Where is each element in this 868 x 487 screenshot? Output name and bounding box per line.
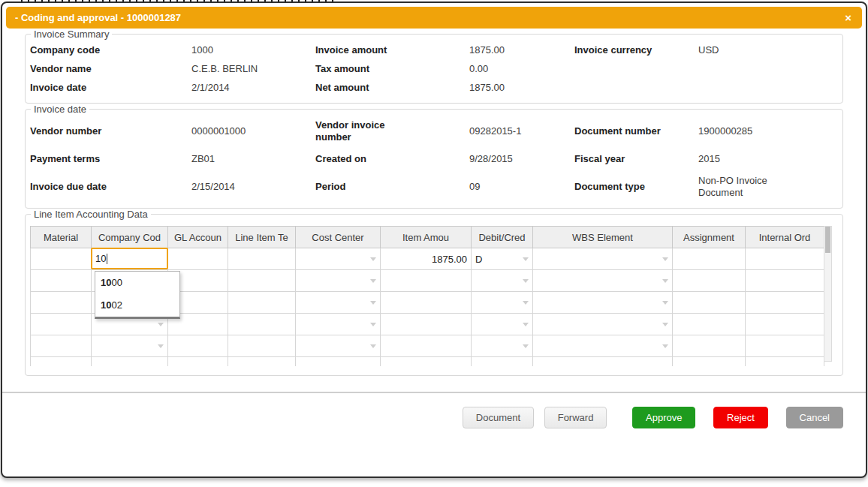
dropdown-arrow-icon[interactable]: [158, 323, 164, 326]
company-code-input[interactable]: 10: [91, 248, 168, 269]
wbs-element-cell[interactable]: [533, 314, 673, 335]
dropdown-arrow-icon[interactable]: [370, 323, 376, 326]
table-header-row: Material Company Cod GL Accoun Line Item…: [31, 227, 824, 248]
text-caret: [107, 254, 107, 264]
field-label: Period: [315, 181, 405, 193]
item-amount-cell[interactable]: [381, 335, 472, 357]
material-cell[interactable]: [31, 357, 92, 367]
line-item-text-cell[interactable]: [228, 292, 296, 314]
debit-credit-cell[interactable]: [472, 335, 533, 357]
debit-credit-cell[interactable]: D: [472, 248, 533, 270]
dropdown-arrow-icon[interactable]: [370, 279, 376, 283]
cost-center-cell[interactable]: [296, 314, 381, 335]
autocomplete-option-1002[interactable]: 1002: [95, 294, 179, 317]
wbs-element-cell[interactable]: [533, 335, 673, 357]
line-item-text-cell[interactable]: [228, 335, 296, 357]
material-cell[interactable]: [31, 248, 92, 270]
table-scrollbar[interactable]: [824, 226, 832, 362]
cost-center-cell[interactable]: [296, 357, 381, 367]
assignment-cell[interactable]: [673, 270, 746, 292]
company-code-cell[interactable]: 10: [92, 248, 168, 270]
forward-button[interactable]: Forward: [544, 407, 607, 428]
dialog-body: Invoice Summary Company code 1000 Invoic…: [2, 29, 866, 476]
debit-credit-cell[interactable]: [472, 292, 533, 314]
dropdown-arrow-icon[interactable]: [662, 323, 668, 326]
table-scrollbar-thumb[interactable]: [825, 227, 830, 253]
field-label: Net amount: [315, 82, 405, 94]
debit-credit-cell[interactable]: [472, 357, 533, 367]
cost-center-cell[interactable]: [296, 270, 381, 292]
gl-account-cell[interactable]: [168, 357, 228, 367]
dropdown-arrow-icon[interactable]: [370, 257, 376, 261]
table-row: [31, 335, 824, 357]
assignment-cell[interactable]: [673, 335, 746, 357]
wbs-element-cell[interactable]: [533, 357, 673, 367]
cost-center-cell[interactable]: [296, 335, 381, 357]
dropdown-arrow-icon[interactable]: [523, 344, 529, 348]
dropdown-arrow-icon[interactable]: [158, 344, 164, 348]
dialog-titlebar[interactable]: - Coding and approval - 1000001287 ×: [6, 7, 862, 29]
dropdown-arrow-icon[interactable]: [523, 257, 529, 261]
field-label: Created on: [315, 153, 405, 165]
gl-account-cell[interactable]: [168, 248, 228, 270]
field-label: Vendor number: [30, 125, 120, 137]
item-amount-cell[interactable]: 1875.00: [381, 248, 472, 270]
material-cell[interactable]: [31, 314, 92, 335]
internal-order-cell[interactable]: [746, 292, 824, 314]
debit-credit-cell[interactable]: [472, 314, 533, 335]
item-amount-cell[interactable]: [381, 314, 472, 335]
assignment-cell[interactable]: [673, 248, 746, 270]
internal-order-cell[interactable]: [746, 357, 824, 367]
material-cell[interactable]: [31, 335, 92, 357]
wbs-element-cell[interactable]: [533, 292, 673, 314]
company-code-cell[interactable]: [92, 357, 168, 367]
field-label: Invoice amount: [315, 44, 405, 56]
dropdown-arrow-icon[interactable]: [662, 257, 668, 261]
column-header-wbs-element: WBS Element: [533, 227, 673, 248]
gl-account-cell[interactable]: [168, 335, 228, 357]
line-item-text-cell[interactable]: [228, 248, 296, 270]
item-amount-cell[interactable]: [381, 270, 472, 292]
close-icon[interactable]: ×: [845, 12, 862, 23]
dropdown-arrow-icon[interactable]: [370, 344, 376, 348]
internal-order-cell[interactable]: [746, 270, 824, 292]
dropdown-arrow-icon[interactable]: [523, 279, 529, 283]
dropdown-arrow-icon[interactable]: [662, 344, 668, 348]
field-value: 0.00: [469, 63, 574, 75]
company-code-cell[interactable]: [92, 335, 168, 357]
field-value: 0000001000: [191, 125, 315, 137]
cost-center-cell[interactable]: [296, 292, 381, 314]
cancel-button[interactable]: Cancel: [786, 407, 843, 428]
assignment-cell[interactable]: [673, 357, 746, 367]
cost-center-cell[interactable]: [296, 248, 381, 270]
dropdown-arrow-icon[interactable]: [370, 301, 376, 305]
debit-credit-cell[interactable]: [472, 270, 533, 292]
dropdown-arrow-icon[interactable]: [662, 279, 668, 283]
autocomplete-option-1000[interactable]: 1000: [95, 272, 179, 294]
item-amount-cell[interactable]: [381, 357, 472, 367]
dropdown-arrow-icon[interactable]: [523, 301, 529, 305]
column-header-material: Material: [31, 227, 92, 248]
assignment-cell[interactable]: [673, 314, 746, 335]
document-button[interactable]: Document: [463, 407, 534, 428]
assignment-cell[interactable]: [673, 292, 746, 314]
invoice-summary-section: Invoice Summary Company code 1000 Invoic…: [25, 29, 843, 104]
internal-order-cell[interactable]: [746, 314, 824, 335]
internal-order-cell[interactable]: [746, 335, 824, 357]
wbs-element-cell[interactable]: [533, 270, 673, 292]
internal-order-cell[interactable]: [746, 248, 824, 270]
reject-button[interactable]: Reject: [713, 407, 768, 428]
line-item-text-cell[interactable]: [228, 314, 296, 335]
line-item-text-cell[interactable]: [228, 357, 296, 367]
dropdown-arrow-icon[interactable]: [523, 323, 529, 326]
line-items-legend: Line Item Accounting Data: [31, 209, 151, 220]
item-amount-cell[interactable]: [381, 292, 472, 314]
material-cell[interactable]: [31, 292, 92, 314]
company-code-autocomplete: 1000 1002: [95, 271, 180, 319]
wbs-element-cell[interactable]: [533, 248, 673, 270]
column-header-assignment: Assignment: [673, 227, 746, 248]
material-cell[interactable]: [31, 270, 92, 292]
line-item-text-cell[interactable]: [228, 270, 296, 292]
dropdown-arrow-icon[interactable]: [662, 301, 668, 305]
approve-button[interactable]: Approve: [632, 407, 695, 428]
